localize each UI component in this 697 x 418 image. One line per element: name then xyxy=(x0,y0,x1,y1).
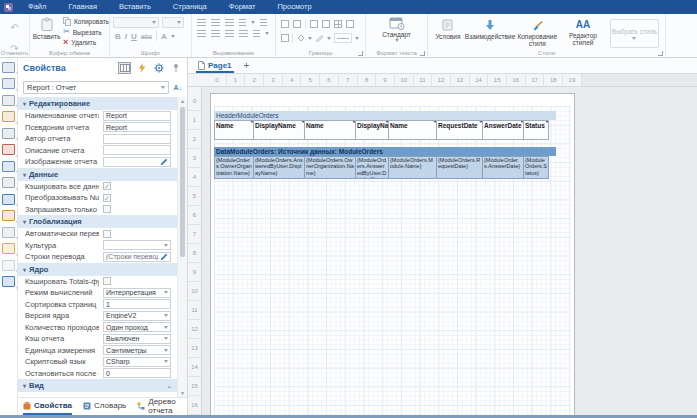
app-logo-icon[interactable] xyxy=(4,3,13,12)
menu-item-1[interactable]: Главная xyxy=(57,0,108,14)
border-outside-icon[interactable] xyxy=(346,20,354,28)
property-control[interactable] xyxy=(103,145,171,155)
align-bottom-icon[interactable] xyxy=(225,19,234,26)
fill-color-icon[interactable] xyxy=(296,34,305,42)
dialog-launcher-icon[interactable] xyxy=(420,51,425,56)
section-header[interactable]: ▾Ядро xyxy=(18,263,177,276)
property-control[interactable]: 1 xyxy=(103,299,171,309)
border-color-pen-icon[interactable] xyxy=(315,34,324,42)
page-tab[interactable]: Page1 xyxy=(196,61,234,73)
edit-pencil-icon[interactable] xyxy=(160,253,168,261)
scrollbar-thumb[interactable] xyxy=(180,107,185,257)
property-control[interactable]: Интерпретация xyxy=(103,288,171,298)
header-cell[interactable]: Name xyxy=(214,120,254,140)
align-right-icon[interactable] xyxy=(225,30,234,37)
design-canvas[interactable]: 012345678910111213141516 HeaderModuleOrd… xyxy=(188,87,697,415)
property-control[interactable] xyxy=(103,276,171,286)
pin-icon[interactable] xyxy=(169,62,182,74)
dialog-launcher-icon[interactable] xyxy=(358,51,363,56)
chart-component-icon[interactable]: › xyxy=(2,160,16,172)
properties-scrollbar[interactable]: ▲ ▼ xyxy=(177,97,187,397)
section-header[interactable]: ▾Данные xyxy=(18,168,177,181)
conditions-button[interactable]: Условия xyxy=(431,17,465,48)
header-band-bar[interactable]: HeaderModuleOrders xyxy=(214,111,556,120)
panel-tab-properties[interactable]: Свойства xyxy=(23,398,72,415)
chevron-down-icon[interactable] xyxy=(251,21,255,24)
property-control[interactable]: Выключен xyxy=(103,334,171,344)
property-control[interactable]: EngineV2 xyxy=(103,311,171,321)
services-icon[interactable]: › xyxy=(2,276,16,288)
data-band-bar[interactable]: DataModuleOrders: Источник данных: Modul… xyxy=(214,147,556,156)
text-angle-icon[interactable] xyxy=(239,19,246,26)
property-control[interactable]: Один проход xyxy=(103,322,171,332)
property-control[interactable]: Report xyxy=(103,122,171,132)
menu-item-0[interactable]: Файл xyxy=(17,0,57,14)
property-control[interactable] xyxy=(103,240,171,250)
border-none-icon[interactable] xyxy=(281,34,289,42)
interaction-button[interactable]: Взаимодействие xyxy=(465,17,515,48)
font-color-button[interactable]: A xyxy=(161,32,167,41)
copy-button[interactable]: Копировать xyxy=(63,17,109,26)
header-cell[interactable]: Status xyxy=(523,120,549,140)
select-style-button[interactable]: Выбрать стиль xyxy=(610,19,659,48)
edit-pencil-icon[interactable] xyxy=(160,158,168,166)
align-center-icon[interactable] xyxy=(211,30,220,37)
signature-component-icon[interactable]: › xyxy=(2,226,16,238)
property-control[interactable]: ✓ xyxy=(103,181,171,191)
property-control[interactable]: 0 xyxy=(103,368,171,378)
header-cell[interactable]: AnswerDate xyxy=(482,120,524,140)
band-section-icon[interactable]: › xyxy=(2,61,16,73)
data-cell[interactable]: {ModuleOrders.OwnerOrganization.Name} xyxy=(214,156,254,179)
header-cell[interactable]: RequestDate xyxy=(436,120,483,140)
checkbox[interactable] xyxy=(103,205,111,213)
image-component-icon[interactable]: › xyxy=(2,243,16,255)
object-selector[interactable]: Report : Отчет xyxy=(23,81,169,94)
copy-style-button[interactable]: Копирование стиля xyxy=(515,17,559,48)
align-middle-icon[interactable] xyxy=(211,19,220,26)
section-header[interactable]: ▾Редактирование xyxy=(18,97,177,110)
gauge-component-icon[interactable]: › xyxy=(2,177,16,189)
property-control[interactable] xyxy=(103,204,171,214)
indent-icon[interactable] xyxy=(253,30,260,37)
property-control[interactable]: CSharp xyxy=(103,357,171,367)
scroll-up-icon[interactable]: ▲ xyxy=(180,97,185,105)
chevron-down-icon[interactable] xyxy=(327,37,331,40)
checkbox[interactable]: ✓ xyxy=(103,182,111,190)
header-cell[interactable]: DisplayName xyxy=(253,120,305,140)
chevron-down-icon[interactable] xyxy=(171,35,175,38)
chevron-down-icon[interactable] xyxy=(265,32,269,35)
menu-item-3[interactable]: Страница xyxy=(162,0,218,14)
bold-button[interactable]: B xyxy=(115,32,121,41)
chevron-down-icon[interactable] xyxy=(308,37,312,40)
header-cell[interactable]: Name xyxy=(388,120,437,140)
data-cell[interactable]: {ModuleOrders.AnsweredByUser.DisplayName… xyxy=(253,156,305,179)
property-control[interactable]: (Строки перевода) xyxy=(103,252,171,262)
italic-button[interactable]: I xyxy=(125,32,127,41)
style-editor-button[interactable]: АA Редактор стилей xyxy=(559,17,606,48)
dialog-launcher-icon[interactable] xyxy=(658,51,663,56)
text-format-standard-button[interactable]: Стандарт xyxy=(369,17,424,42)
data-cell[interactable]: {ModuleOrders.OwnerOrganization.Name} xyxy=(304,156,356,179)
panel-tab-report-tree[interactable]: Дерево отчета xyxy=(137,398,182,415)
checkbox[interactable] xyxy=(103,277,111,285)
font-size-select[interactable] xyxy=(162,17,184,28)
shape-component-icon[interactable]: › xyxy=(2,144,16,156)
data-cell[interactable]: {ModuleOrders.RequestDate} xyxy=(436,156,483,179)
data-cell[interactable]: {ModuleOrders.Status} xyxy=(523,156,549,179)
menu-item-2[interactable]: Вставить xyxy=(108,0,162,14)
property-control[interactable] xyxy=(103,134,171,144)
property-control[interactable] xyxy=(103,229,171,239)
property-control[interactable] xyxy=(103,157,171,167)
menu-item-4[interactable]: Формат xyxy=(218,0,267,14)
header-cell[interactable]: DisplayName xyxy=(355,120,389,140)
sort-icon[interactable]: А↓ xyxy=(173,84,182,91)
word-wrap-icon[interactable] xyxy=(260,19,267,26)
menu-item-5[interactable]: Просмотр xyxy=(266,0,322,14)
section-header[interactable]: ▾Глобализация xyxy=(18,215,177,228)
chevron-down-icon[interactable] xyxy=(355,37,359,40)
report-page[interactable]: HeaderModuleOrders NameDisplayNameNameDi… xyxy=(210,93,575,415)
checkbox[interactable] xyxy=(103,230,111,238)
panel-component-icon[interactable]: › xyxy=(2,259,16,271)
strikethrough-button[interactable]: abc xyxy=(141,33,152,40)
section-header[interactable]: ▾Вид⌄ xyxy=(18,379,177,392)
